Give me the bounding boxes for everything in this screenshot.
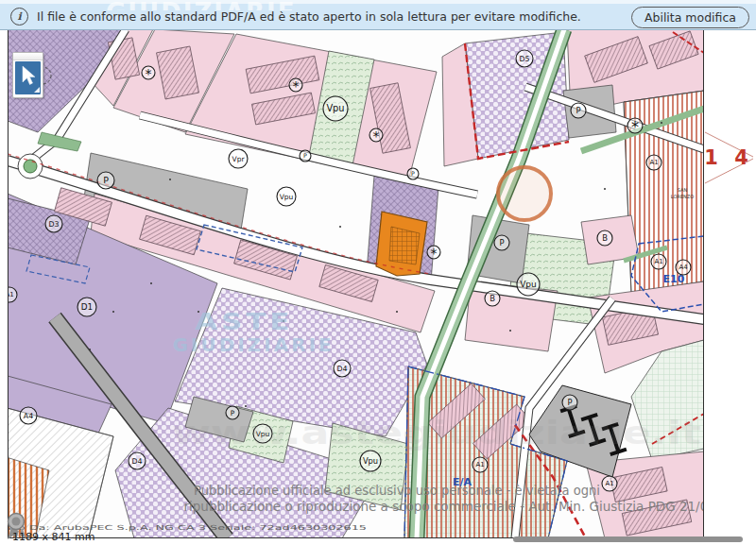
map-text: ASTE	[195, 309, 293, 335]
svg-text:P: P	[411, 170, 415, 177]
zone-label: D3	[45, 215, 62, 232]
svg-text:P: P	[567, 398, 572, 407]
roundabout	[18, 154, 43, 179]
zone-label: D1	[77, 298, 96, 316]
resize-handle-icon	[34, 87, 40, 93]
zone-label: A1	[2, 287, 17, 302]
zone-label: P	[562, 395, 577, 410]
zone-label: Vpu	[360, 451, 381, 471]
enable-editing-button[interactable]: Abilita modifica	[631, 7, 749, 28]
svg-text:Vpu: Vpu	[363, 456, 378, 466]
svg-text:*: *	[373, 128, 380, 144]
zone-label: B	[485, 291, 500, 306]
map-text: Pubblicazione ufficiale ad esclusivo uso…	[194, 483, 600, 498]
zone-label: D5	[516, 50, 533, 67]
zone-label: A4	[20, 407, 37, 424]
svg-text:P: P	[303, 152, 307, 159]
cursor-arrow-icon	[15, 61, 41, 94]
tool-grip	[13, 53, 43, 60]
zone-label: A1	[602, 476, 617, 491]
page-size-indicator: 1189 x 841 mm	[12, 531, 94, 543]
zone-label: P	[97, 172, 114, 189]
svg-text:D5: D5	[519, 55, 529, 63]
map-text: GIUDIZIARIE	[172, 333, 334, 356]
zone-label: P	[494, 235, 509, 250]
highlight-circle	[498, 167, 551, 220]
svg-text:P: P	[576, 106, 580, 115]
svg-text:D3: D3	[48, 220, 59, 229]
zone-label: Vpu	[323, 96, 348, 121]
svg-text:*: *	[431, 246, 438, 261]
pdf-viewer: { "notice_bar": { "message": "Il file è …	[0, 0, 756, 545]
zoning-map[interactable]: VpuVprVpuPD3PPVpuPBD5PA1BA1A4D1A1A4D4D4V…	[0, 0, 756, 545]
svg-text:A4: A4	[24, 412, 33, 420]
zone-label: P	[407, 168, 419, 179]
svg-text:Vpu: Vpu	[280, 193, 294, 201]
svg-text:A1: A1	[475, 461, 484, 468]
zone-label: D4	[129, 452, 146, 469]
map-text: E10	[663, 273, 685, 285]
map-text: www.astegiudiziarie.it	[172, 414, 701, 451]
pdfa-message: Il file è conforme allo standard PDF/A e…	[37, 9, 581, 24]
svg-text:A1: A1	[649, 159, 658, 166]
svg-text:A1: A1	[605, 480, 613, 487]
svg-text:*: *	[293, 78, 300, 94]
svg-text:Vpr: Vpr	[232, 155, 246, 163]
svg-text:D4: D4	[336, 365, 347, 373]
zone-label: A1	[646, 155, 662, 170]
svg-text:A1: A1	[654, 258, 662, 265]
map-text: ripubblicazione o riproduzione a scopo c…	[184, 499, 737, 514]
subject-parcel-orange	[376, 212, 427, 276]
zone-label: Vpu	[277, 187, 296, 206]
svg-text:B: B	[602, 233, 608, 243]
svg-text:D4: D4	[131, 457, 142, 466]
svg-text:Vpu: Vpu	[520, 280, 537, 289]
sheet-number-text: 1 4	[704, 146, 753, 169]
svg-text:D1: D1	[81, 302, 93, 312]
svg-text:A1: A1	[5, 291, 13, 298]
zone-label: B	[597, 230, 612, 246]
info-icon: i	[10, 8, 28, 26]
zone-label: Vpu	[517, 273, 540, 296]
map-content: VpuVprVpuPD3PPVpuPBD5PA1BA1A4D1A1A4D4D4V…	[0, 29, 737, 545]
svg-text:*: *	[631, 118, 639, 136]
select-tool-button[interactable]	[12, 52, 43, 98]
zone-label: P	[300, 150, 311, 162]
zone-label: A1	[472, 457, 488, 472]
pdfa-notice-bar: i Il file è conforme allo standard PDF/A…	[0, 4, 756, 30]
zone-label: A1	[651, 254, 666, 269]
horizontal-scrollbar-thumb[interactable]	[513, 536, 743, 542]
svg-text:Vpu: Vpu	[326, 103, 344, 113]
svg-text:*: *	[146, 66, 152, 81]
svg-text:B: B	[490, 294, 495, 303]
zone-label: Vpr	[229, 149, 248, 168]
svg-text:A4: A4	[679, 264, 688, 271]
map-text: LORENZO	[671, 194, 694, 199]
zone-label: P	[571, 103, 586, 118]
svg-text:P: P	[499, 238, 504, 247]
map-text: SAN	[678, 187, 688, 193]
sheet-number: 1 4	[704, 146, 753, 169]
svg-text:P: P	[103, 175, 109, 185]
zone-label: D4	[334, 360, 351, 377]
